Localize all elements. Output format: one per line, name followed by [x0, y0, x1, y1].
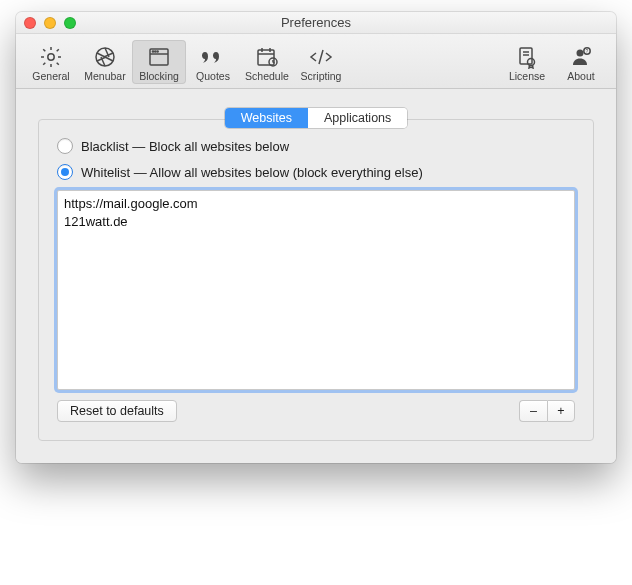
add-button[interactable]: + — [547, 400, 575, 422]
content-area: Websites Applications Blacklist — Block … — [16, 89, 616, 463]
toolbar-label: Schedule — [245, 70, 289, 82]
window-title: Preferences — [16, 15, 616, 30]
window-icon — [147, 44, 171, 70]
svg-text:?: ? — [586, 48, 589, 54]
calendar-icon — [255, 44, 279, 70]
radio-blacklist-label: Blacklist — Block all websites below — [81, 139, 289, 154]
toolbar-label: Scripting — [301, 70, 342, 82]
toolbar-schedule[interactable]: Schedule — [240, 40, 294, 84]
aperture-icon — [93, 44, 117, 70]
quotes-icon — [199, 44, 227, 70]
svg-point-5 — [155, 51, 156, 52]
toolbar-label: Blocking — [139, 70, 179, 82]
svg-point-0 — [48, 54, 54, 60]
radio-icon — [57, 164, 73, 180]
toolbar-quotes[interactable]: Quotes — [186, 40, 240, 84]
radio-icon — [57, 138, 73, 154]
toolbar-menubar[interactable]: Menubar — [78, 40, 132, 84]
list-item[interactable]: https://mail.google.com — [64, 195, 568, 213]
toolbar-general[interactable]: General — [24, 40, 78, 84]
toolbar: General Menubar Blocking Quotes Schedule — [16, 34, 616, 89]
toolbar-about[interactable]: ? About — [554, 40, 608, 84]
svg-rect-12 — [520, 48, 532, 64]
tab-websites[interactable]: Websites — [225, 108, 308, 128]
toolbar-blocking[interactable]: Blocking — [132, 40, 186, 84]
toolbar-label: About — [567, 70, 594, 82]
radio-blacklist-row[interactable]: Blacklist — Block all websites below — [57, 138, 575, 154]
website-list[interactable]: https://mail.google.com 121watt.de — [57, 190, 575, 390]
segmented-control: Websites Applications — [225, 108, 408, 128]
blocking-panel: Websites Applications Blacklist — Block … — [38, 119, 594, 441]
tab-applications[interactable]: Applications — [308, 108, 407, 128]
svg-point-16 — [577, 50, 584, 57]
code-icon — [308, 44, 334, 70]
toolbar-scripting[interactable]: Scripting — [294, 40, 348, 84]
gear-icon — [39, 44, 63, 70]
radio-whitelist-label: Whitelist — Allow all websites below (bl… — [81, 165, 423, 180]
remove-button[interactable]: – — [519, 400, 547, 422]
bottom-row: Reset to defaults – + — [57, 400, 575, 422]
list-item[interactable]: 121watt.de — [64, 213, 568, 231]
titlebar: Preferences — [16, 12, 616, 34]
svg-point-4 — [152, 51, 153, 52]
toolbar-label: Menubar — [84, 70, 125, 82]
toolbar-license[interactable]: License — [500, 40, 554, 84]
svg-point-6 — [157, 51, 158, 52]
add-remove-group: – + — [519, 400, 575, 422]
reset-button[interactable]: Reset to defaults — [57, 400, 177, 422]
person-icon: ? — [569, 44, 593, 70]
radio-whitelist-row[interactable]: Whitelist — Allow all websites below (bl… — [57, 164, 575, 180]
toolbar-label: Quotes — [196, 70, 230, 82]
toolbar-label: General — [32, 70, 69, 82]
toolbar-label: License — [509, 70, 545, 82]
license-icon — [515, 44, 539, 70]
preferences-window: Preferences General Menubar Blocking Quo… — [16, 12, 616, 463]
